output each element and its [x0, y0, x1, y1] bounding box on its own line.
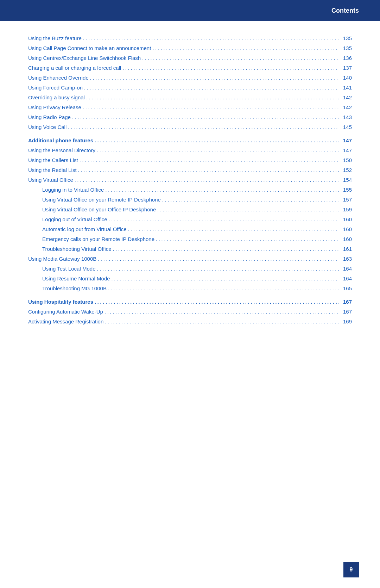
toc-dots: [98, 256, 339, 262]
toc-page: 164: [343, 266, 352, 272]
toc-page: 160: [343, 216, 352, 222]
toc-link[interactable]: Charging a call or charging a forced cal…: [28, 65, 121, 71]
toc-link[interactable]: Using Hospitality features: [28, 299, 93, 305]
toc-page: 160: [343, 236, 352, 242]
toc-link[interactable]: Additional phone features: [28, 137, 93, 143]
toc-page: 150: [343, 157, 352, 163]
toc-dots: [104, 309, 339, 315]
toc-dots: [156, 236, 339, 242]
toc-entry: Logging out of Virtual Office160: [28, 216, 352, 223]
toc-entry: Overriding a busy signal142: [28, 94, 352, 101]
toc-page: 159: [343, 206, 352, 212]
toc-link[interactable]: Using Enhanced Override: [28, 75, 89, 81]
toc-entry: Charging a call or charging a forced cal…: [28, 65, 352, 71]
toc-entry: Using Test Local Mode164: [28, 266, 352, 272]
toc-entry: Logging in to Virtual Office155: [28, 187, 352, 193]
toc-entry: Using Voice Call145: [28, 124, 352, 130]
toc-link[interactable]: Using Voice Call: [28, 124, 66, 130]
toc-page: 169: [343, 318, 352, 324]
toc-dots: [122, 65, 339, 71]
toc-page: 145: [343, 124, 352, 130]
toc-dots: [157, 206, 339, 213]
toc-entry: Troubleshooting MG 1000B165: [28, 285, 352, 292]
toc-link[interactable]: Troubleshooting Virtual Office: [42, 246, 112, 252]
toc-link[interactable]: Logging out of Virtual Office: [42, 216, 107, 222]
toc-link[interactable]: Using Virtual Office on your Office IP D…: [42, 206, 156, 212]
toc-page: 155: [343, 187, 352, 193]
toc-entry: Using the Callers List150: [28, 157, 352, 163]
toc-page: 142: [343, 94, 352, 100]
toc-entry: Using Enhanced Override140: [28, 75, 352, 81]
toc-dots: [80, 157, 339, 163]
toc-link[interactable]: Using Virtual Office on your Remote IP D…: [42, 197, 161, 203]
page-number: 9: [350, 567, 353, 573]
toc-dots: [83, 104, 339, 111]
toc-link[interactable]: Using the Callers List: [28, 157, 78, 163]
toc-entry: Using Hospitality features167: [28, 299, 352, 305]
toc-dots: [95, 137, 339, 144]
toc-dots: [90, 75, 339, 81]
toc-page: 136: [343, 55, 352, 61]
toc-dots: [83, 35, 339, 42]
toc-page: 161: [343, 246, 352, 252]
toc-page: 160: [343, 226, 352, 232]
toc-dots: [162, 197, 339, 203]
toc-dots: [95, 299, 339, 305]
toc-dots: [84, 85, 339, 91]
toc-page: 137: [343, 65, 352, 71]
toc-link[interactable]: Using Virtual Office: [28, 177, 73, 183]
toc-entry: Using the Personal Directory147: [28, 147, 352, 154]
toc-dots: [97, 266, 338, 272]
toc-entry: Using the Buzz feature135: [28, 35, 352, 42]
toc-entry: Using Resume Normal Mode164: [28, 276, 352, 282]
toc-page: 142: [343, 104, 352, 110]
toc-link[interactable]: Using the Redial List: [28, 167, 77, 173]
toc-dots: [105, 318, 339, 325]
toc-dots: [108, 285, 339, 292]
toc-dots: [112, 276, 339, 282]
toc-link[interactable]: Using Resume Normal Mode: [42, 276, 110, 281]
toc-entry: Emergency calls on your Remote IP Deskph…: [28, 236, 352, 242]
toc-link[interactable]: Activating Message Registration: [28, 318, 103, 324]
toc-link[interactable]: Using the Personal Directory: [28, 147, 95, 153]
toc-link[interactable]: Using the Buzz feature: [28, 35, 82, 41]
toc-entry: Using Media Gateway 1000B163: [28, 256, 352, 262]
toc-page: 143: [343, 114, 352, 120]
toc-dots: [109, 216, 339, 223]
toc-link[interactable]: Automatic log out from Virtual Office: [42, 226, 127, 232]
toc-page: 157: [343, 197, 352, 203]
toc-dots: [68, 124, 339, 130]
toc-link[interactable]: Using Call Page Connect to make an annou…: [28, 45, 151, 51]
toc-entry: Activating Message Registration169: [28, 318, 352, 325]
toc-link[interactable]: Troubleshooting MG 1000B: [42, 285, 107, 291]
toc-page: 140: [343, 75, 352, 81]
footer: 9: [343, 562, 359, 577]
toc-entry: Using Forced Camp-on141: [28, 85, 352, 91]
toc-link[interactable]: Using Test Local Mode: [42, 266, 95, 272]
toc-page: 135: [343, 35, 352, 41]
toc-link[interactable]: Using Media Gateway 1000B: [28, 256, 96, 262]
toc-page: 164: [343, 276, 352, 281]
toc-entry: Using Privacy Release142: [28, 104, 352, 111]
toc-dots: [97, 147, 339, 154]
toc-page: 147: [343, 137, 352, 143]
toc-entry: Troubleshooting Virtual Office161: [28, 246, 352, 252]
toc-page: 167: [343, 299, 352, 305]
toc-link[interactable]: Using Forced Camp-on: [28, 85, 83, 91]
toc-link[interactable]: Using Privacy Release: [28, 104, 81, 110]
toc-link[interactable]: Logging in to Virtual Office: [42, 187, 104, 193]
toc-entry: Configuring Automatic Wake-Up167: [28, 309, 352, 315]
toc-link[interactable]: Overriding a busy signal: [28, 94, 85, 100]
toc-entry: Using Virtual Office154: [28, 177, 352, 183]
toc-page: 135: [343, 45, 352, 51]
toc-dots: [86, 94, 339, 101]
toc-dots: [152, 45, 339, 51]
toc-entry: Using Radio Page143: [28, 114, 352, 120]
toc-link[interactable]: Using Centrex/Exchange Line Switchhook F…: [28, 55, 141, 61]
header-bar: Contents: [0, 0, 380, 21]
toc-link[interactable]: Emergency calls on your Remote IP Deskph…: [42, 236, 154, 242]
toc-dots: [78, 167, 339, 173]
toc-link[interactable]: Using Radio Page: [28, 114, 71, 120]
toc-dots: [72, 114, 339, 120]
toc-link[interactable]: Configuring Automatic Wake-Up: [28, 309, 103, 315]
